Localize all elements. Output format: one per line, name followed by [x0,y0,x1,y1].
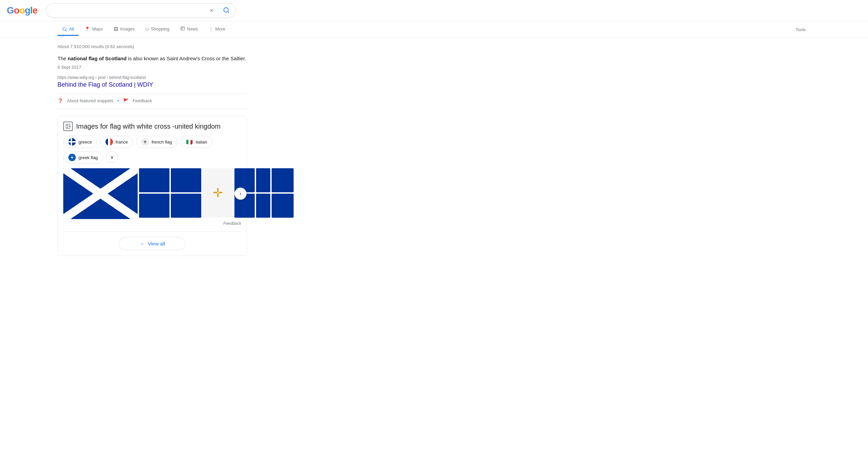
tab-images[interactable]: 🖼 Images [109,23,139,36]
chip-greek-flag[interactable]: + greek flag [63,151,103,164]
grid-cell-1-2[interactable] [139,194,169,218]
chip-greece-label: greece [78,139,92,145]
svg-line-1 [228,11,229,13]
grid-cell-2-1[interactable] [171,168,201,192]
grid-col-2 [171,168,201,219]
image-grid-right: ✛ [139,168,294,219]
images-section-icon [65,124,71,129]
arrow-right-icon: → [139,241,144,246]
images-header: Images for flag with white cross -united… [63,122,241,131]
featured-snippet: The national flag of Scotland is also kn… [58,55,247,103]
chip-france-label: france [116,139,128,145]
scotland-flag-large[interactable] [63,168,138,219]
images-feedback[interactable]: Feedback [63,221,241,226]
maps-icon: 📍 [85,26,90,31]
tab-maps-label: Maps [92,26,103,31]
chip-greece[interactable]: greece [63,136,97,148]
italian-flag-icon: 🇮🇹 [186,138,193,146]
chip-french-flag-label: french flag [152,139,172,145]
france-blue [106,138,108,146]
search-icon [223,7,230,14]
grid-cell-4-6[interactable] [272,194,294,218]
grid-cell-4-5[interactable] [256,194,270,218]
more-chips-button[interactable]: ∨ [106,151,118,163]
feedback-label[interactable]: Feedback [133,98,152,103]
chip-france[interactable]: france [100,136,133,148]
divider [218,6,218,15]
tab-all[interactable]: All [58,23,78,36]
section-divider [58,109,247,109]
france-red [110,138,113,146]
grid-col-jerusalem: ✛ [203,168,233,219]
snippet-text-bold: national flag of Scotland [68,56,127,61]
tab-news-label: News [187,26,198,31]
question-icon: ❓ [58,98,63,103]
jerusalem-cross-icon: ✛ [213,186,223,200]
scotland-flag-image [63,168,138,219]
images-title: Images for flag with white cross -united… [76,123,221,130]
snippet-text: The national flag of Scotland is also kn… [58,55,247,63]
svg-point-8 [67,125,68,126]
french-flag-icon: ⚜ [141,138,149,146]
greece-flag-icon [68,138,76,146]
filter-chips: greece france ⚜ french flag 🇮🇹 italian [63,136,241,164]
nav-tabs: All 📍 Maps 🖼 Images ◇ Shopping News ⋮ Mo… [0,21,868,38]
tab-maps[interactable]: 📍 Maps [80,23,108,36]
more-icon: ⋮ [209,26,213,31]
search-bar: flag with white cross -united kingdom × [46,3,235,18]
snippet-text-after: is also known as Saint Andrew's Cross or… [127,56,246,61]
tab-more[interactable]: ⋮ More [204,23,230,36]
search-button[interactable] [223,7,230,15]
header: Google flag with white cross -united kin… [0,0,868,21]
images-icon: 🖼 [114,26,118,31]
results-count: About 7,910,000 results (0.62 seconds) [58,44,247,49]
chevron-down-icon: ∨ [110,154,114,160]
tools-button[interactable]: Tools [791,24,810,36]
clear-button[interactable]: × [210,7,213,14]
chip-greek-flag-label: greek flag [78,155,98,160]
snippet-footer: ❓ About featured snippets • 🚩 Feedback [58,94,247,103]
view-all-container: → View all [63,237,241,250]
news-icon [180,26,185,32]
footer-divider: • [117,98,119,103]
greek-flag-icon: + [68,154,76,161]
images-section: Images for flag with white cross -united… [58,116,247,256]
svg-rect-4 [181,27,185,30]
about-snippets-label[interactable]: About featured snippets [67,98,113,103]
chip-french-flag[interactable]: ⚜ french flag [136,136,177,148]
grid-cell-4-3[interactable] [272,168,294,192]
view-all-button[interactable]: → View all [119,237,186,250]
tab-shopping-label: Shopping [151,26,169,31]
cross-h [68,141,76,143]
images-header-icon [63,122,73,131]
view-all-label: View all [148,241,165,246]
news-svg-icon [180,26,185,31]
search-input[interactable]: flag with white cross -united kingdom [52,7,206,14]
france-white [108,138,110,146]
all-icon [62,27,67,31]
feedback-icon: 🚩 [123,98,129,103]
snippet-url: https://www.wdiy.org › post › behind-fla… [58,75,247,80]
tab-shopping[interactable]: ◇ Shopping [141,23,174,36]
chip-italian[interactable]: 🇮🇹 italian [181,136,212,148]
france-flag-icon [106,138,113,146]
tab-more-label: More [215,26,225,31]
next-images-button[interactable]: › [234,188,247,200]
grid-cell-2-2[interactable] [171,194,201,218]
tab-images-label: Images [120,26,135,31]
snippet-date: 6 Sept 2017 [58,65,247,70]
jerusalem-cross-cell[interactable]: ✛ [203,168,233,218]
chevron-right-icon: › [239,191,241,197]
image-grid: ✛ [63,168,241,219]
tab-news[interactable]: News [176,23,203,36]
grid-cell-4-2[interactable] [256,168,270,192]
images-bottom-divider [63,231,241,232]
snippet-text-before: The [58,56,68,61]
grid-cell-1-1[interactable] [139,168,169,192]
svg-line-3 [66,30,67,31]
snippet-link[interactable]: Behind the Flag of Scotland | WDIY [58,81,153,88]
shopping-icon: ◇ [145,26,149,31]
main-content: About 7,910,000 results (0.62 seconds) T… [0,38,304,259]
grid-col-1 [139,168,169,219]
logo-area: Google [7,5,37,16]
